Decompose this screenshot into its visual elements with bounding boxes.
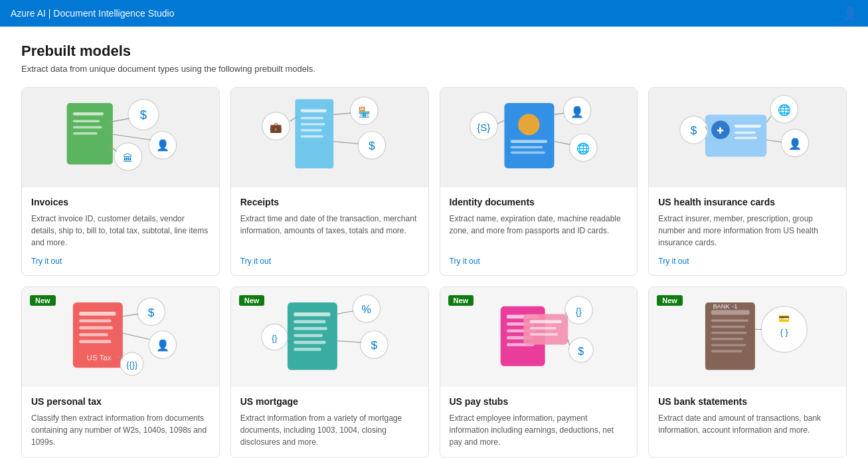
svg-rect-29 <box>504 103 554 168</box>
svg-text:BANK: BANK <box>713 303 731 310</box>
card-body-invoices: Invoices Extract invoice ID, customer de… <box>22 187 219 275</box>
svg-rect-32 <box>510 146 542 148</box>
svg-rect-107 <box>711 310 750 315</box>
svg-point-30 <box>518 114 539 135</box>
svg-line-40 <box>497 120 505 124</box>
svg-text:{S}: {S} <box>477 122 490 133</box>
card-body-receipts: Receipts Extract time and date of the tr… <box>231 187 428 275</box>
card-title-tax: US personal tax <box>31 396 210 407</box>
card-title-receipts: Receipts <box>240 197 419 207</box>
svg-line-41 <box>554 113 564 114</box>
svg-rect-109 <box>711 326 745 328</box>
card-image-paystub: New {} <box>440 287 638 387</box>
svg-text:{}: {} <box>272 334 278 343</box>
svg-line-105 <box>568 339 569 345</box>
svg-rect-63 <box>79 340 111 344</box>
svg-rect-78 <box>294 334 323 337</box>
card-body-identity: Identity documents Extract name, expirat… <box>440 187 638 275</box>
svg-line-28 <box>333 142 359 144</box>
card-link-invoices[interactable]: Try it out <box>31 257 210 266</box>
card-bank: New BANK -1 💳 { } <box>648 286 847 458</box>
svg-rect-31 <box>510 140 547 143</box>
svg-rect-48 <box>735 137 758 139</box>
user-icon[interactable]: 👤 <box>843 6 857 21</box>
svg-rect-16 <box>300 117 323 119</box>
card-desc-mortgage: Extract information from a variety of mo… <box>240 412 419 448</box>
app-title: Azure AI | Document Intelligence Studio <box>11 8 174 19</box>
svg-rect-19 <box>300 136 323 138</box>
svg-rect-112 <box>711 344 746 346</box>
svg-rect-96 <box>523 314 568 344</box>
svg-text:👤: 👤 <box>570 106 584 119</box>
card-body-tax: US personal tax Classify then extract in… <box>22 387 219 457</box>
svg-text:{ }: { } <box>780 328 789 337</box>
svg-rect-61 <box>79 326 113 330</box>
card-desc-identity: Extract name, expiration date, machine r… <box>450 213 628 249</box>
card-body-mortgage: US mortgage Extract information from a v… <box>231 387 428 457</box>
new-badge-paystub: New <box>448 295 474 306</box>
page-subtitle: Extract data from unique document types … <box>21 64 847 74</box>
card-body-paystub: US pay stubs Extract employee informatio… <box>440 387 638 457</box>
new-badge-bank: New <box>657 295 683 306</box>
svg-text:$: $ <box>140 108 147 122</box>
svg-rect-59 <box>79 312 116 316</box>
card-desc-bank: Extract date and amount of transactions,… <box>658 412 837 448</box>
svg-text:%: % <box>361 303 371 315</box>
svg-line-57 <box>766 140 782 142</box>
svg-rect-110 <box>711 332 746 334</box>
svg-line-88 <box>337 341 361 342</box>
svg-rect-4 <box>73 132 98 134</box>
svg-text:{}: {} <box>575 306 582 317</box>
svg-rect-80 <box>294 348 321 351</box>
card-desc-invoices: Extract invoice ID, customer details, ve… <box>31 213 210 249</box>
svg-rect-60 <box>79 319 111 322</box>
svg-rect-1 <box>73 112 104 116</box>
svg-line-27 <box>333 113 351 114</box>
svg-rect-111 <box>711 338 743 340</box>
card-image-identity: 👤 🌐 {S} <box>440 88 638 187</box>
svg-rect-76 <box>294 320 325 324</box>
card-title-invoices: Invoices <box>31 197 210 207</box>
svg-text:$: $ <box>148 306 155 319</box>
svg-rect-3 <box>73 126 102 128</box>
svg-text:🌐: 🌐 <box>576 142 590 156</box>
card-image-invoices: $ 👤 🏛 <box>22 88 219 187</box>
svg-line-56 <box>766 116 771 122</box>
svg-rect-97 <box>529 320 561 324</box>
card-body-bank: US bank statements Extract date and amou… <box>649 387 846 457</box>
svg-line-87 <box>337 311 353 314</box>
card-image-tax: New US Tax $ 👤 <box>22 287 219 387</box>
card-desc-tax: Classify then extract information from d… <box>31 412 210 448</box>
cards-grid: $ 👤 🏛 Invoices Extract invoice ID, custo… <box>21 87 847 458</box>
card-health: ✚ 🌐 👤 $ <box>648 87 847 276</box>
card-title-health: US health insurance cards <box>658 197 837 207</box>
svg-rect-113 <box>711 350 742 352</box>
card-title-identity: Identity documents <box>450 197 628 207</box>
svg-text:🌐: 🌐 <box>778 104 792 117</box>
main-content: Prebuilt models Extract data from unique… <box>0 27 868 458</box>
card-link-receipts[interactable]: Try it out <box>240 257 419 266</box>
svg-rect-2 <box>73 120 100 122</box>
svg-rect-98 <box>529 327 556 329</box>
card-invoices: $ 👤 🏛 Invoices Extract invoice ID, custo… <box>21 87 220 276</box>
svg-text:🏛: 🏛 <box>123 152 133 164</box>
card-desc-health: Extract insurer, member, prescription, g… <box>658 213 837 249</box>
card-paystub: New {} <box>440 286 638 458</box>
svg-text:-1: -1 <box>733 303 738 310</box>
svg-text:💼: 💼 <box>270 122 282 134</box>
card-link-health[interactable]: Try it out <box>658 257 837 266</box>
svg-rect-99 <box>529 333 558 335</box>
svg-rect-46 <box>735 124 761 128</box>
card-link-identity[interactable]: Try it out <box>450 257 628 266</box>
svg-text:💳: 💳 <box>779 313 791 324</box>
svg-text:US Tax: US Tax <box>87 354 112 362</box>
card-identity: 👤 🌐 {S} Identity documents Extract name,… <box>440 87 638 276</box>
svg-rect-75 <box>294 312 330 316</box>
new-badge-tax: New <box>30 295 56 306</box>
card-title-paystub: US pay stubs <box>450 396 628 407</box>
card-image-mortgage: New % $ <box>231 287 428 387</box>
new-badge-mortgage: New <box>239 295 265 306</box>
svg-text:$: $ <box>578 345 584 357</box>
svg-text:{{}}: {{}} <box>126 360 138 370</box>
svg-rect-79 <box>294 341 325 344</box>
